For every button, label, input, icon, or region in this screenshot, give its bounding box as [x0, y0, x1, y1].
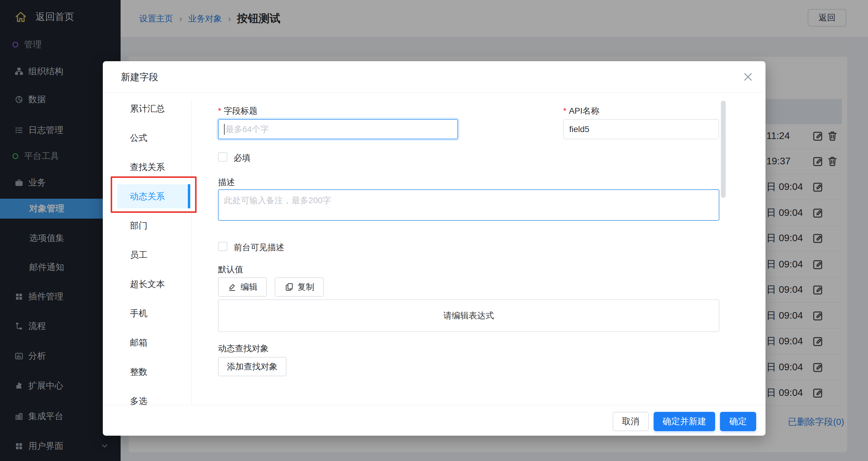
field-type-nav-item[interactable]: 手机	[103, 299, 191, 328]
nav-item-label: 查找关系	[130, 161, 165, 173]
nav-item-label: 手机	[130, 308, 148, 319]
modal-header-divider	[103, 92, 766, 93]
nav-item-label: 部门	[130, 220, 148, 232]
field-type-nav-item[interactable]: 员工	[103, 240, 191, 270]
edit-expression-button[interactable]: 编辑	[218, 277, 267, 297]
nav-item-label: 多选	[130, 395, 148, 405]
nav-item-label: 超长文本	[130, 278, 165, 290]
nav-item-label: 整数	[130, 366, 148, 378]
copy-expression-button[interactable]: 复制	[275, 277, 324, 297]
field-type-nav-item[interactable]: 公式	[103, 123, 191, 153]
required-asterisk: *	[218, 106, 221, 116]
front-visible-checkbox-label: 前台可见描述	[234, 242, 284, 253]
field-type-nav: 累计汇总公式查找关系动态关系部门员工超长文本手机邮箱整数多选	[103, 94, 191, 405]
nav-item-label: 邮箱	[130, 337, 148, 349]
confirm-and-new-button[interactable]: 确定并新建	[654, 412, 715, 431]
copy-icon	[284, 282, 294, 292]
field-type-nav-item[interactable]: 整数	[103, 357, 191, 387]
pencil-icon	[227, 282, 237, 292]
field-title-input[interactable]: 最多64个字	[218, 119, 458, 139]
annotation-red-box	[111, 176, 196, 213]
field-type-nav-item[interactable]: 部门	[103, 211, 191, 240]
modal-scrollbar-thumb[interactable]	[721, 101, 726, 198]
cancel-button[interactable]: 取消	[613, 412, 649, 431]
confirm-button[interactable]: 确定	[720, 412, 756, 431]
nav-item-label: 员工	[130, 249, 148, 261]
required-checkbox[interactable]	[218, 152, 227, 162]
api-name-label: * API名称	[563, 105, 599, 117]
close-icon[interactable]	[741, 70, 755, 84]
modal-title: 新建字段	[121, 71, 158, 84]
api-name-input[interactable]: field5	[563, 119, 719, 139]
field-type-nav-item[interactable]: 超长文本	[103, 270, 191, 299]
required-checkbox-label: 必填	[234, 152, 251, 164]
dynamic-lookup-label: 动态查找对象	[218, 343, 269, 354]
required-asterisk: *	[563, 106, 566, 116]
add-lookup-object-button[interactable]: 添加查找对象	[218, 357, 286, 376]
default-value-label: 默认值	[218, 264, 243, 275]
field-type-nav-item[interactable]: 邮箱	[103, 328, 191, 357]
field-type-nav-item[interactable]: 多选	[103, 387, 191, 405]
description-textarea[interactable]: 此处可输入备注，最多200字	[218, 189, 719, 221]
field-type-nav-item[interactable]: 累计汇总	[103, 94, 191, 123]
field-title-label: * 字段标题	[218, 105, 257, 117]
nav-item-label: 累计汇总	[130, 103, 165, 115]
app-root: 返回首页 管理组织结构数据日志管理平台工具业务对象管理选项值集邮件通知插件管理流…	[0, 0, 868, 461]
front-visible-checkbox[interactable]	[218, 242, 227, 251]
text-caret	[224, 124, 225, 135]
modal-nav-divider	[191, 100, 192, 405]
description-label: 描述	[218, 177, 235, 188]
new-field-modal: 新建字段 累计汇总公式查找关系动态关系部门员工超长文本手机邮箱整数多选 * 字段…	[103, 61, 766, 436]
expression-box[interactable]: 请编辑表达式	[218, 299, 719, 332]
nav-item-label: 公式	[130, 132, 148, 144]
